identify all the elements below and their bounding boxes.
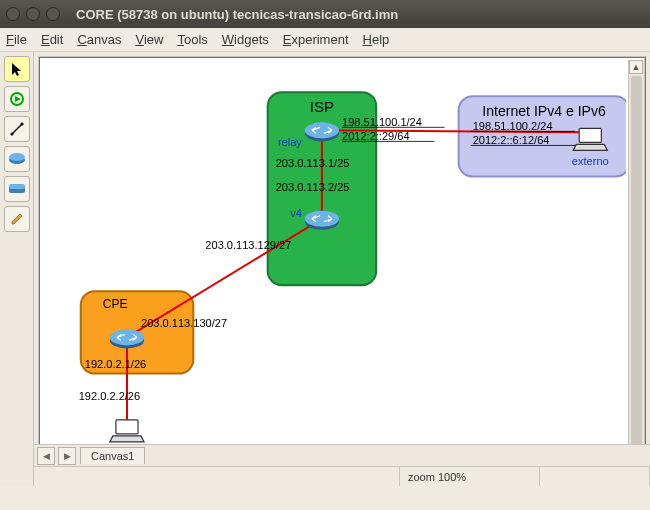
close-icon[interactable] xyxy=(6,7,20,21)
cursor-icon xyxy=(9,61,25,77)
svg-point-3 xyxy=(20,123,23,126)
window-title: CORE (58738 on ubuntu) tecnicas-transica… xyxy=(76,7,398,22)
menubar: File Edit Canvas View Tools Widgets Expe… xyxy=(0,28,650,52)
node-cliente[interactable] xyxy=(110,420,144,442)
canvas-border: ISP Internet IPv4 e IPv6 CPE relay xyxy=(38,56,646,482)
canvas-tabs: ◀ ▶ Canvas1 xyxy=(34,444,650,466)
addr-isp-out-v4: 198.51.100.1/24 xyxy=(342,116,422,128)
tab-canvas1[interactable]: Canvas1 xyxy=(80,447,145,464)
status-coords xyxy=(540,467,650,486)
addr-isp-mid2: 203.0.113.2/25 xyxy=(276,181,350,193)
svg-rect-7 xyxy=(9,184,25,189)
status-message xyxy=(34,467,400,486)
tool-select[interactable] xyxy=(4,56,30,82)
tool-router[interactable] xyxy=(4,146,30,172)
menu-tools[interactable]: Tools xyxy=(177,32,207,47)
node-relay[interactable] xyxy=(305,122,339,141)
window-titlebar: CORE (58738 on ubuntu) tecnicas-transica… xyxy=(0,0,650,28)
addr-isp-out-v6: 2012:2::29/64 xyxy=(342,130,410,142)
svg-point-2 xyxy=(10,133,13,136)
addr-isp-to-cpe: 203.0.113.129/27 xyxy=(205,239,291,251)
scrollbar-vertical[interactable]: ▲ ▼ xyxy=(628,60,644,462)
workspace: ISP Internet IPv4 e IPv6 CPE relay xyxy=(0,52,650,486)
menu-experiment[interactable]: Experiment xyxy=(283,32,349,47)
node-v4[interactable] xyxy=(305,211,339,230)
node-externo-label: externo xyxy=(572,155,609,167)
addr-cpe-lan: 192.0.2.1/26 xyxy=(85,358,146,370)
minimize-icon[interactable] xyxy=(26,7,40,21)
addr-cliente: 192.0.2.2/26 xyxy=(79,390,140,402)
menu-widgets[interactable]: Widgets xyxy=(222,32,269,47)
pencil-icon xyxy=(9,211,25,227)
scroll-up-icon[interactable]: ▲ xyxy=(629,60,643,74)
addr-isp-mid1: 203.0.113.1/25 xyxy=(276,157,350,169)
topology-svg: ISP Internet IPv4 e IPv6 CPE relay xyxy=(42,60,626,462)
maximize-icon[interactable] xyxy=(46,7,60,21)
addr-ext-v4: 198.51.100.2/24 xyxy=(473,120,553,132)
menu-view[interactable]: View xyxy=(135,32,163,47)
tool-switch[interactable] xyxy=(4,176,30,202)
node-relay-label: relay xyxy=(278,136,302,148)
menu-file[interactable]: File xyxy=(6,32,27,47)
menu-help[interactable]: Help xyxy=(363,32,390,47)
tab-next-icon[interactable]: ▶ xyxy=(58,447,76,465)
tab-prev-icon[interactable]: ◀ xyxy=(37,447,55,465)
canvas-area: ISP Internet IPv4 e IPv6 CPE relay xyxy=(34,52,650,486)
svg-point-5 xyxy=(9,153,25,161)
tool-annotation[interactable] xyxy=(4,206,30,232)
tool-link[interactable] xyxy=(4,116,30,142)
addr-cpe-wan: 203.0.113.130/27 xyxy=(141,317,227,329)
left-toolbar xyxy=(0,52,34,486)
menu-edit[interactable]: Edit xyxy=(41,32,63,47)
router-icon xyxy=(7,152,27,166)
canvas[interactable]: ISP Internet IPv4 e IPv6 CPE relay xyxy=(42,60,626,462)
link-icon xyxy=(9,121,25,137)
svg-line-1 xyxy=(12,124,22,134)
tool-run[interactable] xyxy=(4,86,30,112)
switch-icon xyxy=(7,182,27,196)
group-internet-label: Internet IPv4 e IPv6 xyxy=(482,103,606,119)
group-isp-label: ISP xyxy=(310,98,334,115)
node-cpe[interactable] xyxy=(110,329,144,348)
group-cpe-label: CPE xyxy=(103,297,128,311)
play-icon xyxy=(9,91,25,107)
node-v4-label: v4 xyxy=(290,207,302,219)
status-zoom: zoom 100% xyxy=(400,467,540,486)
menu-canvas[interactable]: Canvas xyxy=(77,32,121,47)
statusbar: zoom 100% xyxy=(34,466,650,486)
addr-ext-v6: 2012:2::6:12/64 xyxy=(473,134,550,146)
